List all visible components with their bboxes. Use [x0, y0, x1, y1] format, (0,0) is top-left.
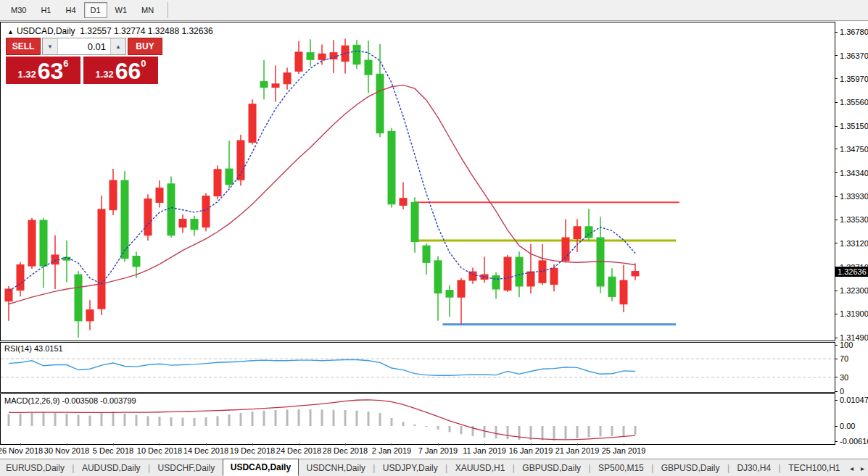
one-click-trade-widget: SELL ▼ ▲ BUY 1.32 63 6 1.32 66 0: [6, 38, 167, 84]
ask-price-sup: 0: [141, 58, 146, 69]
price-axis-tick: [835, 78, 838, 79]
chart-tab-bar: EURUSD,Daily|AUDUSD,Daily|USDCHF,DailyUS…: [0, 459, 868, 476]
price-axis-label: 1.33930: [840, 192, 868, 201]
date-axis-tick: [345, 443, 346, 446]
date-axis-tick: [160, 443, 160, 446]
macd-axis-label: 0.00: [840, 422, 855, 430]
bid-price-box[interactable]: 1.32 63 6: [6, 57, 80, 84]
date-axis-tick: [113, 443, 114, 446]
timeframe-button-w1[interactable]: W1: [109, 2, 134, 18]
symbol-name: USDCAD,Daily: [17, 26, 75, 36]
price-axis-label: 1.34340: [840, 169, 868, 178]
price-axis-tick: [835, 55, 838, 56]
tab-separator: |: [651, 463, 653, 473]
price-axis-label: 1.34750: [840, 145, 868, 154]
buy-button[interactable]: BUY: [128, 38, 162, 55]
tab-separator: |: [779, 463, 781, 473]
tab-separator: |: [588, 463, 590, 473]
date-axis-label: 2 Jan 2019: [372, 446, 411, 455]
tabs-scroll-right-icon[interactable]: ▸: [857, 464, 868, 472]
bid-price-big: 63: [38, 60, 64, 82]
rsi-label: RSI(14) 43.0151: [4, 344, 63, 353]
tab-separator: |: [727, 463, 729, 473]
date-axis-label: 7 Jan 2019: [418, 446, 458, 455]
price-axis-label: 1.35150: [840, 122, 868, 130]
chart-tab-eurusd-daily[interactable]: EURUSD,Daily: [1, 461, 69, 475]
symbol-marker-icon: ▲: [7, 28, 14, 36]
chart-tab-usdcad-daily[interactable]: USDCAD,Daily: [223, 459, 299, 476]
rsi-axis-tick: [835, 359, 838, 359]
date-axis: 26 Nov 201830 Nov 20185 Dec 201810 Dec 2…: [0, 443, 835, 459]
current-price-tag: 1.32636: [835, 267, 868, 277]
price-axis-tick: [835, 196, 838, 197]
chart-tab-tech100-h1[interactable]: TECH100,H1: [784, 461, 844, 475]
price-axis-tick: [835, 102, 838, 103]
chart-tab-usdchf-daily[interactable]: USDCHF,Daily: [154, 461, 220, 475]
price-axis-tick: [835, 291, 838, 291]
volume-input[interactable]: [58, 38, 110, 54]
timeframe-button-h4[interactable]: H4: [59, 2, 82, 18]
volume-decrease-icon[interactable]: ▼: [43, 38, 58, 54]
tabs-scroll-left-icon[interactable]: ◂: [846, 464, 857, 472]
chart-tab-xauusd-h1[interactable]: XAUUSD,H1: [451, 461, 510, 475]
price-axis-label: 1.32300: [840, 286, 868, 295]
timeframe-button-d1[interactable]: D1: [84, 2, 107, 18]
chart-tab-gbpusd-daily[interactable]: GBPUSD,Daily: [657, 461, 724, 475]
date-axis-tick: [484, 443, 485, 446]
date-axis-tick: [20, 443, 21, 446]
sell-button[interactable]: SELL: [6, 38, 41, 55]
date-axis-label: 21 Jan 2019: [555, 446, 600, 455]
timeframe-button-h1[interactable]: H1: [34, 2, 57, 18]
macd-axis-label: -0.006164: [840, 437, 868, 446]
date-axis-label: 5 Dec 2018: [93, 446, 133, 455]
price-axis-tick: [835, 149, 838, 149]
rsi-axis-tick: [835, 345, 838, 346]
date-axis-label: 19 Dec 2018: [230, 446, 275, 455]
volume-increase-icon[interactable]: ▲: [110, 38, 125, 54]
price-axis-tick: [835, 126, 838, 127]
date-axis-tick: [67, 443, 67, 446]
date-axis-label: 28 Dec 2018: [323, 446, 368, 455]
chart-tab-usdjpy-daily[interactable]: USDJPY,Daily: [379, 461, 442, 475]
date-axis-tick: [392, 443, 392, 446]
rsi-axis-label: 30: [840, 373, 848, 382]
date-axis-label: 16 Jan 2019: [509, 446, 553, 455]
macd-axis-tick: [835, 400, 838, 401]
chart-symbol-header: ▲USDCAD,Daily 1.32557 1.32774 1.32488 1.…: [7, 26, 213, 36]
price-axis-label: 1.36780: [840, 28, 868, 36]
chart-tab-audusd-daily[interactable]: AUDUSD,Daily: [78, 461, 145, 475]
date-axis-tick: [299, 443, 299, 446]
price-axis-label: 1.35560: [840, 98, 868, 107]
macd-axis-label: 0.010471: [840, 396, 868, 404]
price-axis-tick: [835, 172, 838, 173]
chart-tab-sp500-m15[interactable]: SP500,M15: [594, 461, 648, 475]
timeframe-button-m30[interactable]: M30: [4, 2, 33, 18]
date-axis-tick: [252, 443, 253, 446]
date-axis-label: 14 Dec 2018: [183, 446, 228, 455]
price-axis-label: 1.36370: [840, 51, 868, 60]
tab-separator: |: [148, 463, 150, 473]
date-axis-label: 26 Nov 2018: [0, 446, 43, 455]
macd-label: MACD(12,26,9) -0.003508 -0.003799: [4, 396, 136, 405]
macd-axis-tick: [835, 426, 838, 427]
chart-tab-usdcnh-daily[interactable]: USDCNH,Daily: [302, 461, 370, 475]
date-axis-label: 11 Jan 2019: [463, 446, 506, 455]
date-axis-tick: [438, 443, 439, 446]
timeframe-button-mn[interactable]: MN: [135, 2, 160, 18]
bid-price-sup: 6: [63, 58, 68, 69]
timeframe-toolbar: M30H1H4D1W1MN: [0, 0, 868, 21]
rsi-axis-tick: [835, 391, 838, 392]
price-axis-tick: [835, 220, 838, 220]
ask-price-box[interactable]: 1.32 66 0: [83, 57, 158, 84]
date-axis-label: 30 Nov 2018: [44, 446, 89, 455]
price-axis-label: 1.33120: [840, 239, 868, 248]
trading-terminal: M30H1H4D1W1MN ▲USDCAD,Daily 1.32557 1.32…: [0, 0, 868, 476]
tab-separator: |: [373, 463, 375, 473]
price-axis-label: 1.31900: [840, 309, 868, 318]
toolbar-separator: [168, 2, 168, 18]
date-axis-tick: [531, 443, 532, 446]
tab-separator: |: [72, 463, 74, 473]
chart-tab-gbpusd-daily[interactable]: GBPUSD,Daily: [518, 461, 585, 475]
volume-spinner: ▼ ▲: [42, 38, 126, 55]
chart-tab-dj30-h4[interactable]: DJ30,H4: [732, 461, 775, 475]
